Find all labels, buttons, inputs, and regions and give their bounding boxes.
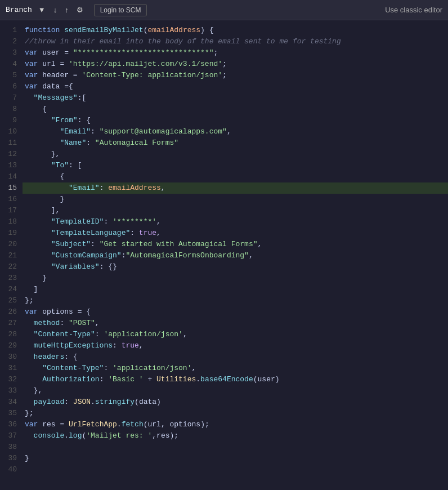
toolbar: Branch ▼ ↓ ↑ ⚙ Login to SCM Use classic … (0, 0, 448, 20)
line-number: 29 (0, 340, 17, 351)
line-number: 11 (0, 137, 17, 149)
token-punct: : { (78, 116, 91, 124)
token-punct: , (249, 251, 253, 260)
code-line: "Variables": {} (23, 261, 448, 273)
token-punct: , (156, 229, 161, 237)
token-punct: }, (25, 386, 42, 395)
token-fn: stringify (95, 398, 135, 406)
token-val-str: "support@automagicalapps.com" (100, 127, 227, 136)
token-param: emailAddress (108, 184, 161, 192)
token-str: 'application/json' (104, 330, 182, 338)
token-str: 'Basic ' (108, 375, 143, 384)
token-str: '********' (113, 217, 156, 226)
code-line: { (23, 104, 448, 115)
token-punct: { (25, 172, 64, 181)
token-punct: ( (253, 375, 258, 384)
token-var-name: res (42, 420, 55, 429)
gear-icon: ⚙ (77, 6, 83, 14)
code-line: } (23, 194, 448, 205)
line-number: 40 (0, 464, 17, 475)
code-area[interactable]: function sendEmailByMailJet(emailAddress… (23, 20, 448, 490)
branch-up-button[interactable]: ↑ (62, 4, 71, 16)
token-punct: : { (64, 353, 77, 361)
token-fn: base64Encode (200, 375, 253, 384)
code-line: "To": [ (23, 160, 448, 171)
token-punct: ) { (200, 26, 213, 34)
login-scm-button[interactable]: Login to SCM (94, 4, 147, 16)
line-number: 35 (0, 408, 17, 419)
code-line: Authorization: 'Basic ' + Utilities.base… (23, 374, 448, 385)
token-var-name: data (42, 82, 60, 91)
token-punct: , (161, 420, 170, 429)
line-number: 4 (0, 59, 17, 70)
token-str: 'https://api.mailjet.com/v3.1/send' (69, 60, 222, 68)
line-number: 1 (0, 25, 17, 36)
code-line: ] (23, 284, 448, 295)
token-punct: = (60, 48, 73, 57)
editor: 1234567891011121314151617181920212223242… (0, 20, 448, 490)
code-line (23, 442, 448, 453)
token-prop: console (25, 431, 64, 440)
token-cls: Utilities (156, 375, 196, 384)
token-val-bool: true (139, 229, 156, 237)
code-line: console.log('Mailjet res: ',res); (23, 430, 448, 442)
line-number: 17 (0, 205, 17, 216)
line-number: 26 (0, 306, 17, 318)
token-key: "To" (25, 161, 69, 170)
branch-down-button[interactable]: ↓ (51, 4, 60, 16)
line-number: 23 (0, 273, 17, 284)
chevron-down-icon: ▼ (38, 6, 46, 14)
code-line: muteHttpExceptions: true, (23, 340, 448, 351)
token-str: "******************************" (73, 48, 214, 57)
line-number: 33 (0, 385, 17, 397)
line-number: 36 (0, 419, 17, 430)
code-line: }, (23, 385, 448, 397)
branch-settings-button[interactable]: ⚙ (74, 4, 86, 16)
token-key: "CustomCampaign" (25, 251, 122, 260)
line-number: 2 (0, 36, 17, 47)
token-prop: headers (25, 353, 64, 361)
token-var-name: user (42, 48, 60, 57)
token-punct: : (104, 364, 113, 372)
token-punct: ); (200, 420, 209, 429)
code-line: var user = "****************************… (23, 47, 448, 59)
classic-editor-button[interactable]: Use classic editor (385, 6, 442, 14)
token-punct: , (152, 431, 156, 440)
token-key: "Variables" (25, 262, 100, 271)
token-var-name: header (42, 71, 69, 79)
line-number: 13 (0, 160, 17, 171)
branch-dropdown-button[interactable]: ▼ (35, 4, 48, 16)
token-punct: ; (222, 60, 227, 68)
line-number: 16 (0, 194, 17, 205)
code-line: var data ={ (23, 81, 448, 92)
code-line: "Content-Type": 'application/json', (23, 329, 448, 340)
token-val-str: "AutomagicalFormsOnboarding" (126, 251, 248, 260)
token-key: "Content-Type" (25, 364, 104, 372)
token-var-name: url (42, 60, 55, 68)
token-val-str: "POST" (69, 319, 95, 327)
line-number: 19 (0, 228, 17, 239)
token-val-bool: true (122, 341, 139, 350)
token-punct: : (130, 229, 139, 237)
code-line: var header = 'Content-Type: application/… (23, 70, 448, 81)
token-punct: } (25, 454, 29, 462)
line-number: 38 (0, 442, 17, 453)
line-number: 5 (0, 70, 17, 81)
token-punct: : (100, 375, 109, 384)
line-number: 15 (0, 182, 17, 194)
token-param: emailAddress (147, 26, 200, 34)
token-punct: . (117, 420, 122, 429)
token-punct: ( (144, 420, 148, 429)
line-numbers: 1234567891011121314151617181920212223242… (0, 20, 23, 490)
token-cls: UrlFetchApp (69, 420, 117, 429)
token-punct: : (100, 184, 109, 192)
line-number: 39 (0, 453, 17, 464)
code-line: "Name": "Automagical Forms" (23, 137, 448, 149)
code-line: { (23, 171, 448, 182)
token-prop: payload (25, 398, 64, 406)
token-key: "Messages" (25, 93, 78, 102)
line-number: 25 (0, 295, 17, 306)
code-line (23, 464, 448, 475)
code-line: payload: JSON.stringify(data) (23, 397, 448, 408)
token-punct: : (64, 398, 73, 406)
